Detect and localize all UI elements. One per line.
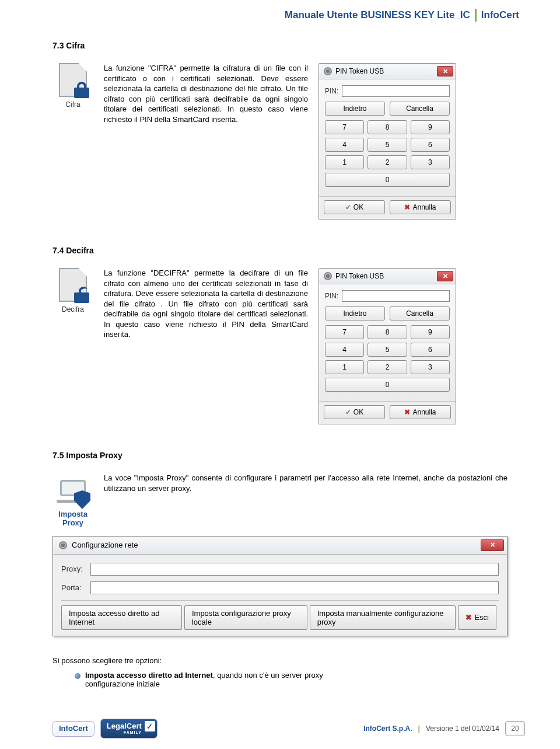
check-icon: ✓ (345, 203, 351, 211)
proxy-icon-col: Imposta Proxy (52, 473, 93, 528)
key-3[interactable]: 3 (411, 155, 450, 169)
pin-dialog-title: PIN Token USB (335, 272, 384, 280)
option1-line2: configurazione iniziale (85, 680, 508, 688)
annulla-button[interactable]: ✖Annulla (390, 200, 451, 214)
pin-keypad: 7 8 9 4 5 6 1 2 3 0 (325, 325, 450, 392)
config-rete-dialog: Configurazione rete ✕ Proxy: Porta: Impo… (52, 536, 508, 636)
key-6[interactable]: 6 (411, 138, 450, 152)
shield-icon (74, 490, 90, 509)
cifra-row: Cifra La funzione "CIFRA" permette la ci… (52, 63, 508, 220)
ok-button[interactable]: ✓OK (324, 200, 385, 214)
footer-version: Versione 1 del 01/02/14 (426, 724, 499, 733)
key-5[interactable]: 5 (368, 343, 407, 357)
footer-separator: | (418, 724, 420, 733)
decifra-text: La funzione "DECIFRA" permette la decifr… (104, 268, 308, 340)
lock-open-icon (74, 287, 89, 303)
x-icon: ✖ (466, 613, 472, 622)
options-block: Si possono scegliere tre opzioni: Impost… (52, 656, 508, 688)
infocert-badge: InfoCert (52, 721, 94, 737)
cancel-button[interactable]: Cancella (390, 102, 450, 116)
pin-dialog-titlebar: PIN Token USB ✕ (319, 64, 456, 79)
annulla-button[interactable]: ✖Annulla (390, 405, 451, 419)
direct-internet-button[interactable]: Imposta accesso diretto ad Internet (61, 605, 182, 630)
pin-input[interactable] (342, 85, 450, 97)
options-intro: Si possono scegliere tre opzioni: (52, 656, 508, 665)
key-1[interactable]: 1 (325, 155, 364, 169)
footer-company: InfoCert S.p.A. (363, 724, 412, 733)
decifra-icon-label: Decifra (52, 305, 93, 313)
cifra-icon (55, 63, 90, 99)
cifra-icon-label: Cifra (52, 100, 93, 109)
local-proxy-button[interactable]: Imposta configurazione proxy locale (184, 605, 307, 630)
key-9[interactable]: 9 (411, 325, 450, 339)
page-footer: InfoCert LegalCert FAMILY ✓ InfoCert S.p… (0, 719, 560, 738)
close-button[interactable]: ✕ (437, 66, 453, 76)
proxy-icon (55, 473, 90, 509)
x-icon: ✖ (404, 203, 410, 211)
cifra-text: La funzione "CIFRA" permette la cifratur… (104, 63, 308, 124)
header-brand: InfoCert (481, 9, 519, 21)
pin-input[interactable] (342, 290, 450, 302)
decifra-icon (55, 268, 90, 304)
key-8[interactable]: 8 (368, 325, 407, 339)
pin-dialog-decifra: PIN Token USB ✕ PIN: Indietro Cancella 7… (318, 268, 456, 424)
proxy-text: La voce "Imposta Proxy" consente di conf… (104, 473, 508, 493)
close-button[interactable]: ✕ (481, 539, 504, 551)
lock-closed-icon (74, 82, 89, 98)
key-0[interactable]: 0 (325, 378, 450, 392)
key-6[interactable]: 6 (411, 343, 450, 357)
config-titlebar: Configurazione rete ✕ (53, 537, 507, 555)
pin-dialog-cifra: PIN Token USB ✕ PIN: Indietro Cancella 7… (318, 63, 456, 220)
key-1[interactable]: 1 (325, 360, 364, 374)
option1-rest: , quando non c'è un server proxy (213, 671, 323, 680)
page-number: 20 (505, 721, 525, 736)
key-8[interactable]: 8 (368, 120, 407, 134)
exit-button[interactable]: ✖Esci (458, 605, 496, 630)
ok-button[interactable]: ✓OK (324, 405, 385, 419)
config-title: Configurazione rete (72, 541, 138, 549)
key-2[interactable]: 2 (368, 155, 407, 169)
bullet-icon (75, 673, 80, 679)
proxy-row: Imposta Proxy La voce "Imposta Proxy" co… (52, 473, 508, 528)
key-2[interactable]: 2 (368, 360, 407, 374)
manual-proxy-button[interactable]: Imposta manualmente configurazione proxy (310, 605, 456, 630)
pin-label: PIN: (325, 292, 338, 300)
check-icon: ✓ (345, 408, 351, 416)
section-heading-cifra: 7.3 Cifra (52, 41, 508, 50)
gear-icon (324, 272, 332, 280)
key-7[interactable]: 7 (325, 325, 364, 339)
key-5[interactable]: 5 (368, 138, 407, 152)
proxy-field-label: Proxy: (61, 565, 86, 573)
close-button[interactable]: ✕ (437, 271, 453, 281)
proxy-input[interactable] (90, 563, 499, 576)
cancel-button[interactable]: Cancella (390, 306, 450, 320)
pin-keypad: 7 8 9 4 5 6 1 2 3 0 (325, 120, 450, 187)
pin-dialog-titlebar: PIN Token USB ✕ (319, 269, 456, 284)
pin-dialog-title: PIN Token USB (335, 67, 384, 75)
back-button[interactable]: Indietro (325, 102, 385, 116)
key-4[interactable]: 4 (325, 138, 364, 152)
back-button[interactable]: Indietro (325, 306, 385, 320)
check-icon: ✓ (145, 721, 155, 731)
decifra-icon-col: Decifra (52, 268, 93, 313)
gear-icon (324, 67, 332, 75)
key-3[interactable]: 3 (411, 360, 450, 374)
legalcert-badge: LegalCert FAMILY ✓ (100, 719, 158, 738)
decifra-row: Decifra La funzione "DECIFRA" permette l… (52, 268, 508, 424)
key-4[interactable]: 4 (325, 343, 364, 357)
gear-icon (59, 541, 67, 549)
header-title: Manuale Utente BUSINESS KEY Lite_IC (285, 9, 470, 21)
port-input[interactable] (90, 581, 499, 594)
header-separator (475, 9, 477, 22)
page-header: Manuale Utente BUSINESS KEY Lite_IC Info… (0, 0, 560, 26)
pin-label: PIN: (325, 87, 338, 95)
x-icon: ✖ (404, 408, 410, 416)
option1-bold: Imposta accesso diretto ad Internet (85, 671, 213, 680)
cifra-icon-col: Cifra (52, 63, 93, 109)
key-9[interactable]: 9 (411, 120, 450, 134)
section-heading-decifra: 7.4 Decifra (52, 246, 508, 255)
key-7[interactable]: 7 (325, 120, 364, 134)
option-1: Imposta accesso diretto ad Internet, qua… (75, 671, 508, 680)
proxy-icon-label: Imposta Proxy (52, 510, 93, 528)
key-0[interactable]: 0 (325, 173, 450, 187)
